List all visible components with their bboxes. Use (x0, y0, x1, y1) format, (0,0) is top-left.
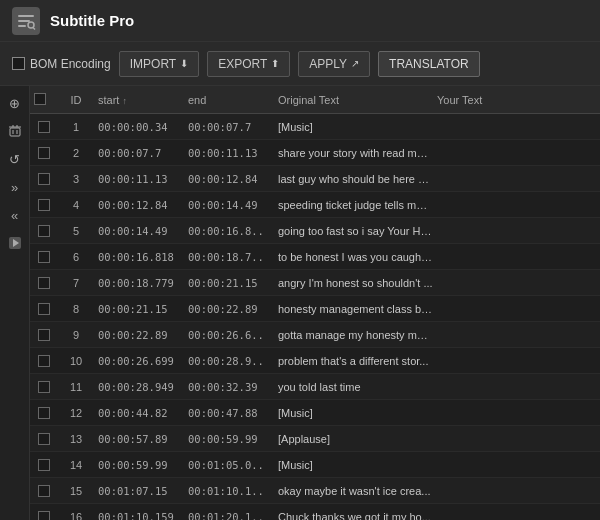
row-start: 00:00:00.34 (94, 121, 184, 133)
row-checkbox[interactable] (38, 277, 50, 289)
row-original: [Music] (274, 459, 437, 471)
title-bar: Subtitle Pro (0, 0, 600, 42)
row-checkbox-cell (30, 173, 58, 185)
header-checkbox[interactable] (34, 93, 46, 105)
row-checkbox[interactable] (38, 459, 50, 471)
table-row[interactable]: 11 00:00:28.949 00:00:32.39 you told las… (30, 374, 600, 400)
row-checkbox[interactable] (38, 433, 50, 445)
row-start: 00:00:18.779 (94, 277, 184, 289)
table-row[interactable]: 16 00:01:10.159 00:01:20.1.. Chuck thank… (30, 504, 600, 520)
row-start: 00:00:28.949 (94, 381, 184, 393)
row-checkbox[interactable] (38, 511, 50, 521)
row-id: 2 (58, 147, 94, 159)
sidebar-play-button[interactable] (4, 232, 26, 254)
table-row[interactable]: 14 00:00:59.99 00:01:05.0.. [Music] (30, 452, 600, 478)
import-label: IMPORT (130, 57, 176, 71)
table-row[interactable]: 3 00:00:11.13 00:00:12.84 last guy who s… (30, 166, 600, 192)
row-id: 4 (58, 199, 94, 211)
row-start: 00:00:22.89 (94, 329, 184, 341)
row-checkbox[interactable] (38, 199, 50, 211)
row-original: problem that's a different stor... (274, 355, 437, 367)
row-id: 7 (58, 277, 94, 289)
row-start: 00:01:10.159 (94, 511, 184, 521)
th-start: start ↑ (94, 94, 184, 106)
table-row[interactable]: 2 00:00:07.7 00:00:11.13 share your stor… (30, 140, 600, 166)
row-checkbox-cell (30, 381, 58, 393)
row-checkbox[interactable] (38, 173, 50, 185)
export-label: EXPORT (218, 57, 267, 71)
bom-encoding-container: BOM Encoding (12, 57, 111, 71)
row-id: 10 (58, 355, 94, 367)
row-end: 00:00:21.15 (184, 277, 274, 289)
row-original: you told last time (274, 381, 437, 393)
row-checkbox[interactable] (38, 251, 50, 263)
svg-rect-0 (18, 15, 34, 17)
table-row[interactable]: 15 00:01:07.15 00:01:10.1.. okay maybe i… (30, 478, 600, 504)
row-end: 00:01:05.0.. (184, 459, 274, 471)
table-row[interactable]: 13 00:00:57.89 00:00:59.99 [Applause] (30, 426, 600, 452)
apply-label: APPLY (309, 57, 347, 71)
row-checkbox[interactable] (38, 147, 50, 159)
row-end: 00:00:16.8.. (184, 225, 274, 237)
sidebar: ⊕ ↺ » « (0, 86, 30, 520)
sidebar-back-button[interactable]: « (4, 204, 26, 226)
row-original: to be honest I was you caught ... (274, 251, 437, 263)
row-original: share your story with read me ... (274, 147, 437, 159)
table-body[interactable]: 1 00:00:00.34 00:00:07.7 [Music] 2 00:00… (30, 114, 600, 520)
apply-button[interactable]: APPLY ↗ (298, 51, 370, 77)
row-id: 15 (58, 485, 94, 497)
row-start: 00:00:21.15 (94, 303, 184, 315)
row-start: 00:00:26.699 (94, 355, 184, 367)
row-checkbox[interactable] (38, 121, 50, 133)
sidebar-refresh-button[interactable]: ↺ (4, 148, 26, 170)
bom-encoding-checkbox[interactable] (12, 57, 25, 70)
row-original: gotta manage my honesty mm... (274, 329, 437, 341)
row-checkbox[interactable] (38, 329, 50, 341)
row-start: 00:00:14.49 (94, 225, 184, 237)
row-id: 3 (58, 173, 94, 185)
row-original: speeding ticket judge tells me ... (274, 199, 437, 211)
th-end: end (184, 94, 274, 106)
translator-button[interactable]: TRANSLATOR (378, 51, 480, 77)
bom-encoding-label: BOM Encoding (30, 57, 111, 71)
row-end: 00:00:14.49 (184, 199, 274, 211)
row-checkbox-cell (30, 329, 58, 341)
table-row[interactable]: 4 00:00:12.84 00:00:14.49 speeding ticke… (30, 192, 600, 218)
row-checkbox[interactable] (38, 355, 50, 367)
row-original: okay maybe it wasn't ice crea... (274, 485, 437, 497)
sidebar-add-button[interactable]: ⊕ (4, 92, 26, 114)
table-row[interactable]: 6 00:00:16.818 00:00:18.7.. to be honest… (30, 244, 600, 270)
row-start: 00:00:07.7 (94, 147, 184, 159)
table-row[interactable]: 9 00:00:22.89 00:00:26.6.. gotta manage … (30, 322, 600, 348)
row-checkbox[interactable] (38, 485, 50, 497)
table-row[interactable]: 5 00:00:14.49 00:00:16.8.. going too fas… (30, 218, 600, 244)
toolbar: BOM Encoding IMPORT ⬇ EXPORT ⬆ APPLY ↗ T… (0, 42, 600, 86)
row-checkbox[interactable] (38, 303, 50, 315)
row-checkbox[interactable] (38, 225, 50, 237)
sidebar-forward-button[interactable]: » (4, 176, 26, 198)
svg-line-4 (33, 27, 35, 29)
row-start: 00:00:12.84 (94, 199, 184, 211)
table-row[interactable]: 7 00:00:18.779 00:00:21.15 angry I'm hon… (30, 270, 600, 296)
table-row[interactable]: 10 00:00:26.699 00:00:28.9.. problem tha… (30, 348, 600, 374)
row-start: 00:00:11.13 (94, 173, 184, 185)
row-id: 14 (58, 459, 94, 471)
table-area: ID start ↑ end Original Text Your Text 1… (30, 86, 600, 520)
table-row[interactable]: 12 00:00:44.82 00:00:47.88 [Music] (30, 400, 600, 426)
table-row[interactable]: 8 00:00:21.15 00:00:22.89 honesty manage… (30, 296, 600, 322)
row-id: 11 (58, 381, 94, 393)
row-end: 00:00:18.7.. (184, 251, 274, 263)
import-button[interactable]: IMPORT ⬇ (119, 51, 199, 77)
row-id: 12 (58, 407, 94, 419)
row-checkbox[interactable] (38, 407, 50, 419)
table-row[interactable]: 1 00:00:00.34 00:00:07.7 [Music] (30, 114, 600, 140)
svg-rect-2 (18, 25, 26, 27)
app-logo (12, 7, 40, 35)
row-checkbox-cell (30, 251, 58, 263)
export-button[interactable]: EXPORT ⬆ (207, 51, 290, 77)
th-checkbox (30, 93, 58, 107)
sidebar-delete-button[interactable] (4, 120, 26, 142)
row-end: 00:01:20.1.. (184, 511, 274, 521)
row-checkbox[interactable] (38, 381, 50, 393)
row-end: 00:00:07.7 (184, 121, 274, 133)
